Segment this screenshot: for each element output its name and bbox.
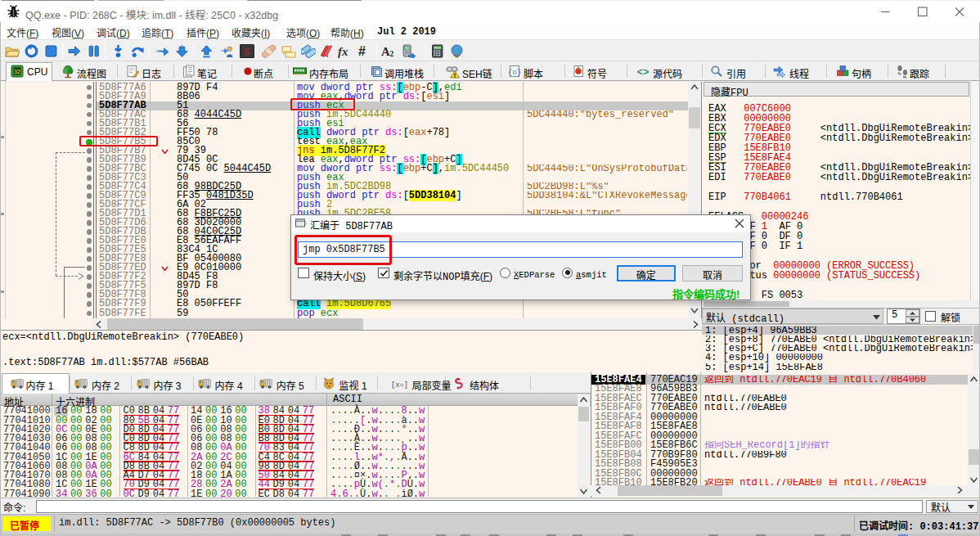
svg-text:32: 32 [14,69,20,74]
svg-text:S: S [244,46,249,57]
svg-text:{o}: {o} [509,68,522,77]
svg-text:#: # [358,44,366,58]
svg-text:fx: fx [338,45,348,58]
svg-text:<>: <> [636,67,649,79]
svg-text:[x=]: [x=] [391,381,408,390]
svg-text:A: A [381,45,390,58]
svg-text:2: 2 [390,50,394,58]
